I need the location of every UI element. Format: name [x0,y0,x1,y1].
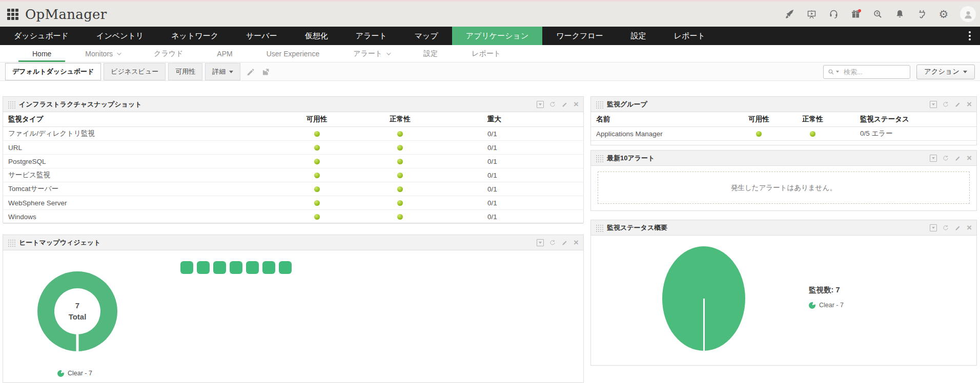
user-avatar[interactable] [960,6,976,22]
refresh-widget-icon[interactable] [942,155,949,162]
widget-header-icons: × [537,100,579,109]
drag-handle-icon[interactable] [596,100,603,109]
heatmap-cell[interactable] [279,261,292,274]
availability-status-dot [314,159,320,164]
drag-handle-icon[interactable] [596,224,603,232]
availability-status-dot [314,131,320,137]
infra-col-header-2: 正常性 [355,115,445,124]
support-headset-icon[interactable] [828,9,839,20]
close-widget-icon[interactable]: × [967,223,972,232]
nav-item-9[interactable]: 設定 [617,27,660,45]
monitor-type-link[interactable]: Tomcatサーバー [8,184,278,194]
presentation-icon[interactable] [806,9,817,20]
collapse-widget-icon[interactable] [537,239,544,246]
widget-header: ヒートマップウィジェット × [3,235,583,250]
edit-widget-icon[interactable] [954,101,962,108]
subnav-item-4[interactable]: User Experience [250,45,337,62]
drag-handle-icon[interactable] [8,239,15,247]
subnav-item-5[interactable]: アラート [336,45,406,62]
nav-item-8[interactable]: ワークフロー [542,27,617,45]
dashboard-tab-2[interactable]: 可用性 [168,63,202,80]
heatmap-cell[interactable] [197,261,210,274]
zoom-search-icon[interactable] [872,9,883,20]
edit-widget-icon[interactable] [561,239,568,246]
nav-item-10[interactable]: レポート [660,27,719,45]
refresh-widget-icon[interactable] [942,101,949,108]
availability-status-dot [314,200,320,206]
gift-icon[interactable] [850,9,861,20]
open-external-icon[interactable] [261,68,270,76]
collapse-widget-icon[interactable] [537,101,544,108]
edit-widget-icon[interactable] [954,155,962,162]
availability-status-dot [314,214,320,220]
edit-widget-icon[interactable] [561,101,568,108]
dashboard-tab-3[interactable]: 詳細 [205,63,240,80]
availability-status-dot [314,173,320,178]
close-widget-icon[interactable]: × [967,100,972,109]
edit-widget-icon[interactable] [954,224,962,231]
integrations-plug-icon[interactable] [916,9,927,20]
notifications-bell-icon[interactable] [894,9,905,20]
chevron-down-icon [229,71,233,73]
search-scope-caret-icon[interactable] [836,71,839,73]
main-nav: ダッシュボードインベントリネットワークサーバー仮想化アラートマップアプリケーショ… [0,27,980,45]
settings-gear-icon[interactable]: ⚙ [938,9,949,20]
close-widget-icon[interactable]: × [574,100,579,109]
widget-title: インフラストラクチャスナップショット [19,100,141,109]
infra-col-header-1: 可用性 [278,115,355,124]
monitor-count-label: 監視数: [809,286,833,294]
collapse-widget-icon[interactable] [930,155,937,162]
widget-infrastructure-snapshot: インフラストラクチャスナップショット × 監視タイプ可用性正常性重大 ファイル/… [3,96,584,223]
nav-more-kebab-icon[interactable] [959,27,980,45]
refresh-widget-icon[interactable] [549,101,556,108]
monitor-count: 監視数: 7 [809,285,844,295]
monitor-type-link[interactable]: Windows [8,213,278,221]
collapse-widget-icon[interactable] [930,224,937,231]
action-button[interactable]: アクション [916,65,975,79]
nav-item-3[interactable]: サーバー [232,27,291,45]
search-input[interactable] [843,68,906,76]
heatmap-cell[interactable] [246,261,259,274]
monitor-group-link[interactable]: Applications Manager [596,130,732,138]
edit-dashboard-icon[interactable] [247,68,255,76]
nav-item-0[interactable]: ダッシュボード [0,27,83,45]
dashboard-tab-0[interactable]: デフォルトダッシュボード [5,63,101,80]
subnav-item-7[interactable]: レポート [455,45,518,62]
close-widget-icon[interactable]: × [967,154,972,162]
subnav-item-6[interactable]: 設定 [406,45,455,62]
close-widget-icon[interactable]: × [574,238,579,247]
dashboard-tab-1[interactable]: ビジネスビュー [104,63,166,80]
monitor-type-link[interactable]: サービス監視 [8,171,278,180]
monitor-type-link[interactable]: PostgreSQL [8,158,278,165]
refresh-widget-icon[interactable] [942,224,949,231]
nav-item-4[interactable]: 仮想化 [291,27,342,45]
infra-table-header: 監視タイプ可用性正常性重大 [3,112,583,127]
nav-item-7[interactable]: アプリケーション [452,27,542,45]
subnav-item-3[interactable]: APM [200,45,249,62]
monitor-type-link[interactable]: URL [8,144,278,152]
heatmap-cell[interactable] [213,261,226,274]
subnav-item-0[interactable]: Home [15,45,68,62]
nav-item-6[interactable]: マップ [401,27,452,45]
subnav-item-2[interactable]: クラウド [137,45,200,62]
toolbar-right: アクション [823,65,975,79]
nav-item-5[interactable]: アラート [342,27,401,45]
drag-handle-icon[interactable] [596,154,603,162]
collapse-widget-icon[interactable] [930,101,937,108]
apps-grid-icon[interactable] [7,9,18,20]
widget-monitor-status-summary: 監視ステータス概要 × 監視数: 7 Clear - 7 [590,220,977,366]
monitor-type-link[interactable]: ファイル/ディレクトリ監視 [8,129,278,138]
heatmap-cell[interactable] [262,261,275,274]
heatmap-cell[interactable] [180,261,193,274]
nav-item-1[interactable]: インベントリ [83,27,157,45]
widget-header: 監視ステータス概要 × [591,220,976,236]
drag-handle-icon[interactable] [8,100,15,109]
refresh-widget-icon[interactable] [549,239,556,246]
subnav-item-1[interactable]: Monitors [68,45,137,62]
heatmap-cell[interactable] [230,261,242,274]
monitor-type-link[interactable]: WebSphere Server [8,199,278,207]
widget-header-icons: × [537,238,579,247]
nav-item-2[interactable]: ネットワーク [157,27,232,45]
rocket-icon[interactable] [784,9,795,20]
availability-status-dot [756,131,762,137]
